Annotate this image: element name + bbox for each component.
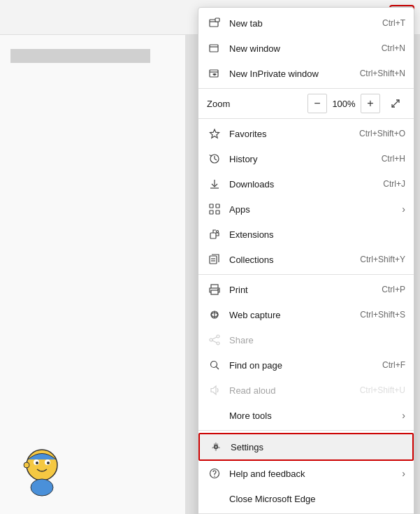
svg-point-40 [217, 289, 219, 290]
more-tools-icon [207, 408, 222, 423]
context-menu: New tab Ctrl+T New window Ctrl+N New InP… [198, 7, 414, 514]
new-tab-icon [207, 15, 222, 31]
zoom-label: Zoom [207, 99, 307, 109]
downloads-label: Downloads [229, 179, 376, 190]
zoom-decrease-btn[interactable]: − [307, 94, 327, 113]
menu-item-close-edge[interactable]: Close Microsoft Edge [198, 486, 414, 511]
favorites-shortcut: Ctrl+Shift+O [359, 129, 405, 138]
help-label: Help and feedback [229, 469, 395, 479]
svg-point-15 [24, 462, 29, 468]
zoom-row: Zoom − 100% + [198, 91, 414, 116]
help-arrow: › [402, 468, 405, 479]
apps-icon [207, 201, 222, 217]
svg-line-24 [392, 103, 396, 107]
menu-item-more-tools[interactable]: More tools › [198, 403, 414, 428]
svg-point-48 [211, 362, 217, 368]
new-tab-label: New tab [229, 18, 375, 29]
find-on-page-shortcut: Ctrl+F [382, 360, 405, 370]
settings-label: Settings [231, 442, 404, 452]
apps-label: Apps [229, 204, 395, 215]
svg-point-44 [217, 342, 219, 345]
menu-item-apps[interactable]: Apps › [198, 197, 414, 222]
svg-rect-31 [210, 210, 213, 214]
close-edge-label: Close Microsoft Edge [229, 494, 405, 504]
zoom-value: 100% [330, 99, 358, 109]
read-aloud-shortcut: Ctrl+Shift+U [360, 385, 405, 395]
history-label: History [229, 154, 375, 164]
find-on-page-icon [207, 357, 222, 373]
page-content-placeholder [10, 49, 150, 63]
print-shortcut: Ctrl+P [382, 285, 405, 294]
downloads-shortcut: Ctrl+J [383, 179, 405, 189]
collections-label: Collections [229, 255, 353, 265]
history-icon [207, 151, 222, 166]
svg-point-12 [36, 462, 38, 464]
print-icon [207, 282, 222, 297]
svg-point-34 [217, 231, 219, 233]
svg-point-13 [47, 462, 50, 464]
history-shortcut: Ctrl+H [382, 154, 405, 164]
divider-1 [198, 88, 414, 89]
menu-item-new-tab[interactable]: New tab Ctrl+T [198, 10, 414, 36]
menu-item-help[interactable]: Help and feedback › [198, 461, 414, 486]
svg-point-43 [217, 335, 219, 338]
zoom-controls: − 100% + [307, 94, 405, 113]
menu-item-extensions[interactable]: Extensions [198, 222, 414, 247]
settings-icon [208, 439, 224, 455]
menu-item-web-capture[interactable]: Web capture Ctrl+Shift+S [198, 302, 414, 327]
read-aloud-label: Read aloud [229, 385, 353, 396]
new-window-shortcut: Ctrl+N [382, 43, 405, 53]
svg-rect-38 [211, 285, 218, 288]
svg-rect-29 [210, 204, 213, 208]
collections-menu-icon [207, 252, 222, 267]
svg-line-46 [212, 337, 217, 339]
extensions-label: Extensions [229, 229, 405, 240]
menu-item-collections[interactable]: Collections Ctrl+Shift+Y [198, 247, 414, 272]
svg-rect-19 [210, 45, 218, 52]
close-edge-icon [207, 491, 222, 506]
svg-rect-39 [211, 290, 218, 294]
new-tab-shortcut: Ctrl+T [382, 18, 405, 28]
web-capture-label: Web capture [229, 310, 353, 320]
zoom-expand-btn[interactable] [386, 94, 405, 113]
svg-rect-35 [210, 256, 217, 264]
apps-arrow: › [402, 204, 405, 215]
menu-item-history[interactable]: History Ctrl+H [198, 146, 414, 171]
zoom-increase-btn[interactable]: + [361, 94, 380, 113]
page-content-area [0, 35, 185, 514]
divider-4 [198, 430, 414, 431]
svg-line-49 [217, 367, 219, 370]
print-label: Print [229, 285, 375, 295]
divider-2 [198, 118, 414, 119]
svg-rect-18 [215, 18, 219, 22]
web-capture-icon [207, 307, 222, 322]
favorites-label: Favorites [229, 129, 352, 139]
inprivate-shortcut: Ctrl+Shift+N [360, 69, 405, 78]
new-window-label: New window [229, 43, 375, 54]
svg-rect-30 [216, 204, 219, 208]
svg-marker-25 [210, 129, 219, 138]
svg-rect-21 [210, 70, 218, 77]
inprivate-icon [207, 66, 222, 81]
read-aloud-icon [207, 383, 222, 398]
menu-item-downloads[interactable]: Downloads Ctrl+J [198, 171, 414, 197]
collections-shortcut: Ctrl+Shift+Y [360, 255, 405, 264]
menu-item-print[interactable]: Print Ctrl+P [198, 277, 414, 302]
menu-item-share: Share [198, 327, 414, 352]
svg-point-53 [214, 476, 215, 477]
help-icon [207, 466, 222, 481]
share-label: Share [229, 335, 405, 345]
svg-line-23 [396, 100, 399, 103]
divider-3 [198, 274, 414, 275]
inprivate-label: New InPrivate window [229, 69, 353, 79]
svg-point-45 [210, 338, 212, 341]
svg-point-14 [31, 479, 53, 496]
svg-line-47 [212, 341, 217, 343]
menu-item-new-window[interactable]: New window Ctrl+N [198, 36, 414, 61]
menu-item-settings[interactable]: Settings [198, 433, 414, 461]
menu-item-favorites[interactable]: Favorites Ctrl+Shift+O [198, 121, 414, 146]
svg-rect-32 [216, 210, 219, 214]
share-icon [207, 332, 222, 348]
menu-item-find-on-page[interactable]: Find on page Ctrl+F [198, 352, 414, 378]
menu-item-inprivate[interactable]: New InPrivate window Ctrl+Shift+N [198, 61, 414, 86]
